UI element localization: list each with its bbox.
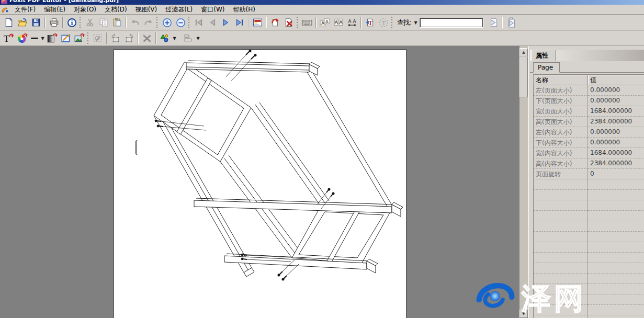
edit-image-button[interactable] <box>73 32 86 45</box>
menu-item-filter[interactable]: 过滤器(L) <box>161 5 197 15</box>
toolbar-separator <box>62 17 63 28</box>
zoom-out-button[interactable] <box>174 16 187 29</box>
find-next-button[interactable] <box>504 16 518 29</box>
find-input[interactable] <box>420 18 483 28</box>
svg-text:A: A <box>321 20 325 26</box>
prop-value[interactable]: 2384.000000 <box>588 117 644 127</box>
tab-page[interactable]: Page <box>533 62 560 73</box>
undo-button[interactable] <box>128 16 142 29</box>
virtual-keyboard-button[interactable] <box>300 16 314 29</box>
menu-item-object[interactable]: 对象(O) <box>70 5 100 15</box>
insert-text-button[interactable]: T <box>363 16 377 29</box>
prop-value[interactable]: 0.000000 <box>588 96 644 106</box>
menu-item-document[interactable]: 文档(D) <box>100 5 131 15</box>
open-file-button[interactable] <box>16 16 29 29</box>
svg-text:T: T <box>381 19 386 26</box>
prop-value[interactable]: 1684.000000 <box>588 106 644 117</box>
expand-text-button[interactable]: AA <box>345 16 359 29</box>
prop-row-empty <box>534 232 644 242</box>
undo-arrow-icon <box>130 18 140 27</box>
prop-row: 左(页面大小)0.000000 <box>534 85 644 96</box>
prop-name: 宽(页面大小) <box>534 106 588 117</box>
prop-row: 下(内容大小)0.000000 <box>534 138 644 148</box>
toolbar-separator <box>360 17 361 28</box>
insert-shape-button[interactable] <box>158 32 172 45</box>
delete-object-button[interactable] <box>140 32 154 45</box>
column-header-value: 值 <box>588 75 644 85</box>
object-toolbar: T ▼ ▼ ▼ <box>0 31 644 46</box>
find-previous-icon <box>488 17 499 28</box>
prop-name <box>534 221 588 232</box>
cut-scissors-icon <box>85 18 95 27</box>
document-canvas <box>0 46 519 318</box>
last-page-button[interactable] <box>233 16 246 29</box>
align-objects-button[interactable] <box>182 32 195 45</box>
prop-value[interactable]: 0 <box>588 169 644 179</box>
toolbar-grip <box>80 17 81 28</box>
svg-text:A: A <box>325 19 329 24</box>
toolbar-separator <box>266 17 267 28</box>
toolbar-separator <box>138 32 139 44</box>
insert-shape-dropdown-arrow[interactable]: ▼ <box>172 32 177 45</box>
color-picker-button[interactable] <box>16 32 29 45</box>
toolbar-separator <box>502 17 503 28</box>
prop-row: 页面旋转0 <box>534 169 644 179</box>
previous-page-button[interactable] <box>206 16 219 29</box>
line-style-dropdown-arrow[interactable]: ▼ <box>40 32 46 45</box>
prop-value[interactable]: 2384.000000 <box>588 158 644 169</box>
condense-text-button[interactable]: AA <box>332 16 345 29</box>
prop-value <box>588 211 644 221</box>
scrollbar-thumb[interactable] <box>519 56 528 97</box>
page-thumbnails-button[interactable] <box>251 16 264 29</box>
print-icon <box>49 18 59 27</box>
vertical-scrollbar[interactable]: ▲ ▼ <box>519 46 528 318</box>
paste-button[interactable] <box>110 16 124 29</box>
menu-item-file[interactable]: 文件(F) <box>10 5 40 15</box>
select-edit-button[interactable] <box>91 32 105 45</box>
line-style-button[interactable] <box>29 32 40 45</box>
svg-text:A: A <box>339 20 342 25</box>
expand-text-icon: AA <box>347 18 357 27</box>
prop-value[interactable]: 1684.000000 <box>588 148 644 158</box>
properties-title-tab[interactable]: 属性 <box>531 50 556 61</box>
rotate-right-button[interactable] <box>122 32 136 45</box>
text-circle-button[interactable]: T <box>377 16 390 29</box>
next-page-button[interactable] <box>219 16 233 29</box>
redo-button[interactable] <box>142 16 155 29</box>
zoom-in-button[interactable] <box>160 16 174 29</box>
menu-item-window[interactable]: 窗口(W) <box>197 5 229 15</box>
scroll-up-button[interactable]: ▲ <box>519 48 528 56</box>
print-button[interactable] <box>47 16 61 29</box>
prop-row: 高(页面大小)2384.000000 <box>534 117 644 127</box>
new-document-button[interactable] <box>2 16 16 29</box>
menu-item-edit[interactable]: 编辑(E) <box>40 5 70 15</box>
toolbar-separator <box>315 17 317 28</box>
find-dropdown-arrow[interactable]: ▼ <box>413 16 419 29</box>
text-insert-cursor <box>134 140 138 155</box>
shapes-icon <box>160 33 170 43</box>
delete-page-button[interactable] <box>282 16 296 29</box>
cut-button[interactable] <box>83 16 97 29</box>
font-size-button[interactable]: AA <box>318 16 332 29</box>
pdf-page[interactable] <box>114 49 406 318</box>
prop-value[interactable]: 0.000000 <box>588 138 644 148</box>
prop-value[interactable]: 0.000000 <box>588 127 644 138</box>
copy-button[interactable] <box>97 16 110 29</box>
menu-item-help[interactable]: 帮助(H) <box>229 5 259 15</box>
edit-object-frame-button[interactable] <box>59 32 73 45</box>
rotate-left-button[interactable] <box>109 32 122 45</box>
rotate-left-icon <box>110 33 121 43</box>
document-info-button[interactable]: i <box>65 16 78 29</box>
shading-button[interactable] <box>46 32 59 45</box>
prop-value <box>588 253 644 263</box>
menu-item-view[interactable]: 视图(V) <box>131 5 162 15</box>
import-page-button[interactable] <box>268 16 282 29</box>
first-page-button[interactable] <box>192 16 206 29</box>
add-text-button[interactable]: T <box>2 32 16 45</box>
save-button[interactable] <box>29 16 43 29</box>
align-dropdown-arrow[interactable]: ▼ <box>195 32 201 45</box>
select-edit-icon <box>93 33 103 43</box>
find-previous-button[interactable] <box>487 16 500 29</box>
previous-page-icon <box>208 18 217 27</box>
prop-value[interactable]: 0.000000 <box>588 85 644 96</box>
